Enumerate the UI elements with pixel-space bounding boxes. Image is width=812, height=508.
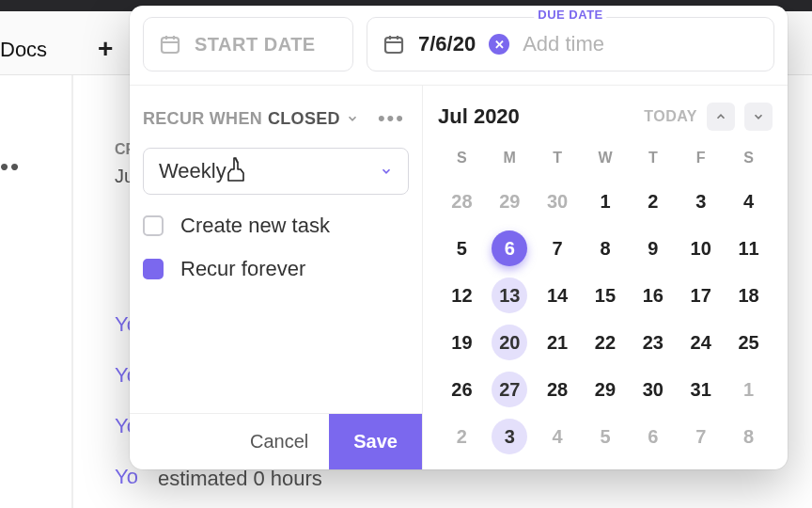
chevron-down-icon bbox=[346, 112, 359, 125]
calendar-dow: S bbox=[725, 142, 773, 174]
calendar-day[interactable]: 28 bbox=[438, 182, 486, 221]
calendar-day[interactable]: 5 bbox=[438, 229, 486, 268]
chevron-up-icon bbox=[714, 110, 727, 123]
calendar-day[interactable]: 16 bbox=[629, 276, 677, 315]
calendar-day[interactable]: 29 bbox=[486, 182, 534, 221]
calendar-day[interactable]: 1 bbox=[582, 182, 630, 221]
calendar-day[interactable]: 6 bbox=[486, 229, 534, 268]
bg-activity-link[interactable]: Yo bbox=[115, 465, 138, 489]
calendar-day[interactable]: 31 bbox=[677, 370, 725, 409]
checkbox[interactable] bbox=[143, 259, 164, 279]
cancel-button[interactable]: Cancel bbox=[229, 414, 329, 469]
calendar-day[interactable]: 26 bbox=[438, 370, 486, 409]
frequency-dropdown[interactable]: Weekly bbox=[143, 148, 409, 195]
calendar-day[interactable]: 17 bbox=[677, 276, 725, 315]
date-recurrence-popover: START DATE DUE DATE 7/6/20 ✕ Add time RE… bbox=[130, 6, 788, 469]
calendar-grid: SMTWTFS282930123456789101112131415161718… bbox=[438, 142, 773, 456]
calendar-month-label: Jul 2020 bbox=[438, 104, 520, 129]
calendar-day[interactable]: 20 bbox=[486, 323, 534, 362]
due-date-label: DUE DATE bbox=[534, 8, 606, 22]
frequency-value: Weekly bbox=[159, 159, 226, 183]
due-date-value: 7/6/20 bbox=[418, 32, 476, 56]
recur-trigger-dropdown[interactable]: RECUR WHEN CLOSED bbox=[143, 109, 359, 129]
recur-title-value: CLOSED bbox=[268, 109, 340, 129]
save-button[interactable]: Save bbox=[329, 414, 422, 469]
recur-title-prefix: RECUR WHEN bbox=[143, 109, 262, 129]
chevron-down-icon bbox=[380, 165, 393, 178]
calendar-day[interactable]: 14 bbox=[534, 276, 582, 315]
calendar-day[interactable]: 30 bbox=[534, 182, 582, 221]
calendar-day[interactable]: 7 bbox=[534, 229, 582, 268]
bg-more-icon[interactable]: •• bbox=[0, 152, 21, 182]
recurrence-footer: Cancel Save bbox=[130, 413, 422, 469]
create-new-task-label: Create new task bbox=[180, 214, 330, 238]
calendar-day[interactable]: 4 bbox=[534, 417, 582, 456]
calendar-day[interactable]: 12 bbox=[438, 276, 486, 315]
next-month-button[interactable] bbox=[744, 103, 773, 131]
calendar-day[interactable]: 15 bbox=[582, 276, 630, 315]
calendar-dow: F bbox=[677, 142, 725, 174]
calendar-pane: Jul 2020 TODAY SMTWTFS282930123456789101… bbox=[423, 86, 788, 469]
recur-forever-option[interactable]: Recur forever bbox=[130, 257, 422, 281]
bg-docs-tab[interactable]: Docs bbox=[0, 38, 47, 62]
calendar-day[interactable]: 13 bbox=[486, 276, 534, 315]
calendar-icon bbox=[159, 33, 181, 56]
calendar-day[interactable]: 8 bbox=[582, 229, 630, 268]
calendar-day[interactable]: 2 bbox=[629, 182, 677, 221]
chevron-down-icon bbox=[752, 110, 765, 123]
svg-rect-0 bbox=[162, 38, 179, 53]
start-date-field[interactable]: START DATE bbox=[143, 17, 353, 71]
calendar-day[interactable]: 11 bbox=[725, 229, 773, 268]
calendar-icon bbox=[383, 33, 405, 56]
calendar-day[interactable]: 22 bbox=[582, 323, 630, 362]
bg-add-button[interactable]: + bbox=[98, 34, 113, 64]
calendar-day[interactable]: 3 bbox=[677, 182, 725, 221]
calendar-day[interactable]: 25 bbox=[725, 323, 773, 362]
start-date-placeholder: START DATE bbox=[195, 34, 316, 56]
calendar-day[interactable]: 21 bbox=[534, 323, 582, 362]
checkbox[interactable] bbox=[143, 215, 164, 236]
calendar-day[interactable]: 30 bbox=[629, 370, 677, 409]
calendar-day[interactable]: 6 bbox=[629, 417, 677, 456]
calendar-day[interactable]: 23 bbox=[629, 323, 677, 362]
recur-more-button[interactable]: ••• bbox=[374, 103, 409, 135]
calendar-day[interactable]: 24 bbox=[677, 323, 725, 362]
recur-forever-label: Recur forever bbox=[180, 257, 305, 281]
due-date-field[interactable]: DUE DATE 7/6/20 ✕ Add time bbox=[367, 17, 774, 71]
calendar-day[interactable]: 4 bbox=[725, 182, 773, 221]
today-button[interactable]: TODAY bbox=[644, 108, 697, 125]
calendar-day[interactable]: 8 bbox=[725, 417, 773, 456]
calendar-dow: T bbox=[534, 142, 582, 174]
calendar-day[interactable]: 5 bbox=[582, 417, 630, 456]
bg-activity-text: estimated 0 hours bbox=[158, 467, 322, 491]
recurrence-pane: RECUR WHEN CLOSED ••• Weekly Create new … bbox=[130, 86, 423, 469]
calendar-dow: M bbox=[486, 142, 534, 174]
calendar-day[interactable]: 7 bbox=[677, 417, 725, 456]
calendar-day[interactable]: 18 bbox=[725, 276, 773, 315]
clear-due-date-button[interactable]: ✕ bbox=[489, 34, 509, 55]
calendar-dow: W bbox=[582, 142, 630, 174]
calendar-day[interactable]: 19 bbox=[438, 323, 486, 362]
calendar-dow: S bbox=[438, 142, 486, 174]
calendar-day[interactable]: 3 bbox=[486, 417, 534, 456]
bg-divider bbox=[71, 75, 73, 508]
calendar-day[interactable]: 29 bbox=[582, 370, 630, 409]
prev-month-button[interactable] bbox=[707, 103, 735, 131]
calendar-day[interactable]: 1 bbox=[725, 370, 773, 409]
add-time-button[interactable]: Add time bbox=[523, 32, 604, 56]
calendar-day[interactable]: 9 bbox=[629, 229, 677, 268]
create-new-task-option[interactable]: Create new task bbox=[130, 214, 422, 238]
calendar-day[interactable]: 28 bbox=[534, 370, 582, 409]
calendar-day[interactable]: 10 bbox=[677, 229, 725, 268]
date-row: START DATE DUE DATE 7/6/20 ✕ Add time bbox=[130, 6, 788, 85]
calendar-day[interactable]: 27 bbox=[486, 370, 534, 409]
calendar-dow: T bbox=[629, 142, 677, 174]
calendar-day[interactable]: 2 bbox=[438, 417, 486, 456]
svg-rect-1 bbox=[385, 38, 402, 53]
